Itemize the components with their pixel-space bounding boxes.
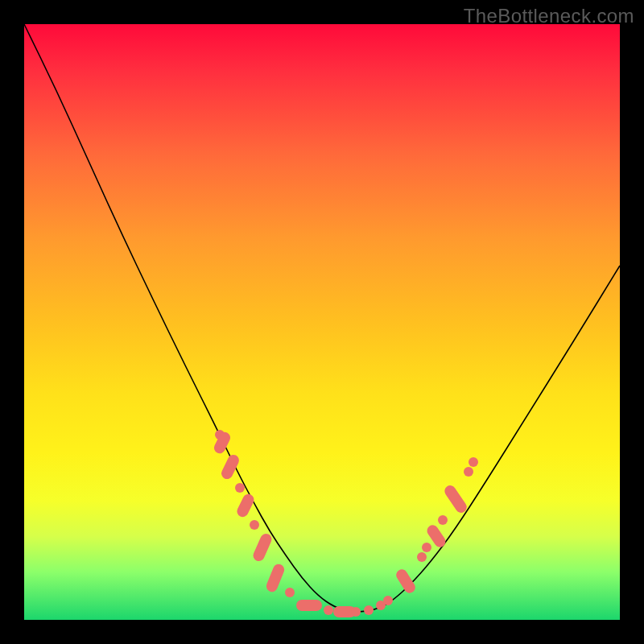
curve-marker bbox=[383, 596, 393, 605]
curve-marker bbox=[324, 605, 333, 615]
curve-marker bbox=[250, 520, 259, 530]
curve-marker bbox=[464, 467, 473, 477]
curve-marker bbox=[438, 515, 448, 525]
curve-marker bbox=[285, 588, 295, 597]
curve-marker bbox=[364, 605, 374, 615]
curve-marker bbox=[422, 543, 431, 552]
curve-marker bbox=[417, 552, 427, 562]
curve-marker bbox=[469, 457, 478, 467]
curve-marker bbox=[296, 600, 322, 611]
curve-marker bbox=[235, 483, 245, 493]
chart-frame: TheBottleneck.com bbox=[0, 0, 644, 644]
watermark-text: TheBottleneck.com bbox=[464, 5, 634, 27]
curve-marker bbox=[351, 607, 361, 617]
curve-svg bbox=[24, 24, 620, 620]
plot-area bbox=[24, 24, 620, 620]
bottleneck-curve bbox=[24, 24, 620, 612]
